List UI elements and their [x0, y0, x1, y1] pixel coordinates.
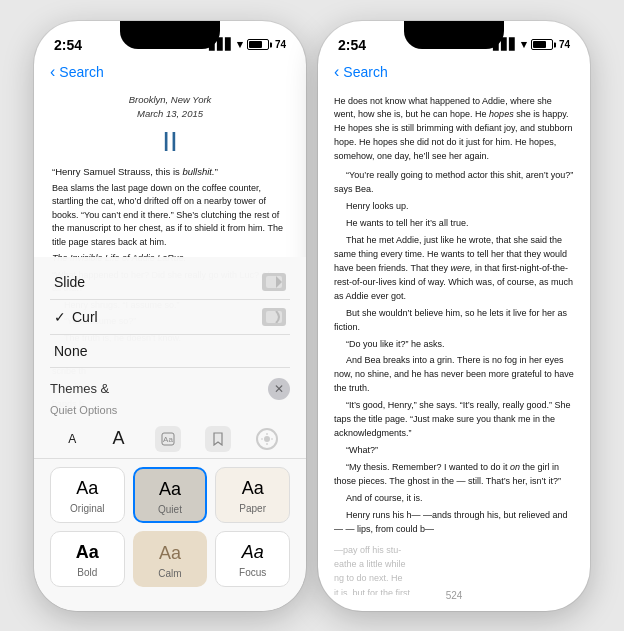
r-para-4: He wants to tell her it’s all true.: [334, 217, 574, 231]
curl-icon: [262, 308, 286, 326]
r-para-5: That he met Addie, just like he wrote, t…: [334, 234, 574, 304]
theme-calm-aa: Aa: [159, 543, 181, 564]
r-para-1: He does not know what happened to Addie,…: [334, 95, 574, 165]
right-phone: 2:54 ▋▋▋ ▾ 74 ‹ Search He does not know …: [318, 21, 590, 611]
theme-grid: Aa Original Aa Quiet Aa Paper Aa Bold Aa: [34, 459, 306, 595]
slide-option[interactable]: Slide: [50, 265, 290, 300]
wifi-icon-r: ▾: [521, 38, 527, 51]
curl-option[interactable]: ✓ Curl: [50, 300, 290, 335]
curl-label: Curl: [72, 309, 262, 325]
theme-focus-label: Focus: [239, 567, 266, 578]
battery-pct-r: 74: [559, 39, 570, 50]
quiet-options-label: Quiet Options: [34, 404, 306, 420]
r-para-6: But she wouldn’t believe him, so he lets…: [334, 307, 574, 335]
theme-original-aa: Aa: [76, 478, 98, 499]
brightness-icon[interactable]: [256, 428, 278, 450]
back-arrow-icon-r: ‹: [334, 63, 339, 81]
theme-quiet-label: Quiet: [158, 504, 182, 515]
theme-calm-label: Calm: [158, 568, 181, 579]
r-para-3: Henry looks up.: [334, 200, 574, 214]
status-icons-left: ▋▋▋ ▾ 74: [209, 38, 286, 51]
back-label-left[interactable]: Search: [59, 64, 103, 80]
r-para-14: —pay off his stu-eathe a little whileng …: [334, 543, 574, 595]
close-button[interactable]: ✕: [268, 378, 290, 400]
overlay-panel: Slide ✓ Curl None Themes &: [34, 257, 306, 611]
themes-title: Themes &: [50, 381, 109, 396]
nav-bar-left[interactable]: ‹ Search: [34, 61, 306, 85]
r-para-2: “You’re really going to method actor thi…: [334, 169, 574, 197]
svg-text:Aa: Aa: [163, 435, 173, 444]
none-option[interactable]: None: [50, 335, 290, 368]
theme-quiet[interactable]: Aa Quiet: [133, 467, 208, 523]
page-number: 524: [446, 590, 463, 601]
back-label-right[interactable]: Search: [343, 64, 387, 80]
r-para-10: “What?”: [334, 444, 574, 458]
theme-original[interactable]: Aa Original: [50, 467, 125, 523]
notch-right: [404, 21, 504, 49]
chapter-num: II: [52, 125, 288, 159]
book-location: Brooklyn, New YorkMarch 13, 2015: [52, 93, 288, 122]
r-para-11: “My thesis. Remember? I wanted to do it …: [334, 461, 574, 489]
theme-paper-aa: Aa: [242, 478, 264, 499]
wifi-icon: ▾: [237, 38, 243, 51]
theme-bold[interactable]: Aa Bold: [50, 531, 125, 587]
r-para-7: “Do you like it?” he asks.: [334, 338, 574, 352]
r-para-12: And of course, it is.: [334, 492, 574, 506]
back-arrow-icon: ‹: [50, 63, 55, 81]
bookmark-icon[interactable]: [205, 426, 231, 452]
small-a-button[interactable]: A: [62, 430, 82, 448]
para-2: Bea slams the last page down on the coff…: [52, 182, 288, 250]
time-right: 2:54: [338, 37, 366, 53]
status-icons-right: ▋▋▋ ▾ 74: [493, 38, 570, 51]
theme-bold-aa: Aa: [76, 542, 99, 563]
theme-paper-label: Paper: [239, 503, 266, 514]
large-a-button[interactable]: A: [107, 426, 131, 451]
slide-menu: Slide ✓ Curl None: [34, 257, 306, 372]
theme-paper[interactable]: Aa Paper: [215, 467, 290, 523]
r-para-8: And Bea breaks into a grin. There is no …: [334, 354, 574, 396]
left-phone: 2:54 ▋▋▋ ▾ 74 ‹ Search Brooklyn, New Yor…: [34, 21, 306, 611]
r-para-9: “It’s good, Henry,” she says. “It’s real…: [334, 399, 574, 441]
r-para-13: Henry runs his h— —ands through his, but…: [334, 509, 574, 537]
themes-header: Themes & ✕: [34, 372, 306, 404]
slide-label: Slide: [54, 274, 85, 290]
theme-focus[interactable]: Aa Focus: [215, 531, 290, 587]
text-controls: A A Aa: [34, 420, 306, 459]
slide-icon: [262, 273, 286, 291]
nav-bar-right[interactable]: ‹ Search: [318, 61, 590, 85]
check-mark: ✓: [54, 309, 66, 325]
para-1: “Henry Samuel Strauss, this is bullshit.…: [52, 165, 288, 179]
theme-calm[interactable]: Aa Calm: [133, 531, 208, 587]
font-icon[interactable]: Aa: [155, 426, 181, 452]
theme-bold-label: Bold: [77, 567, 97, 578]
battery-icon: [247, 39, 269, 50]
battery-icon-r: [531, 39, 553, 50]
reading-content: He does not know what happened to Addie,…: [318, 85, 590, 595]
theme-focus-aa: Aa: [242, 542, 264, 563]
time-left: 2:54: [54, 37, 82, 53]
theme-original-label: Original: [70, 503, 104, 514]
battery-pct: 74: [275, 39, 286, 50]
notch: [120, 21, 220, 49]
theme-quiet-aa: Aa: [159, 479, 181, 500]
svg-point-4: [264, 436, 270, 442]
none-label: None: [54, 343, 87, 359]
